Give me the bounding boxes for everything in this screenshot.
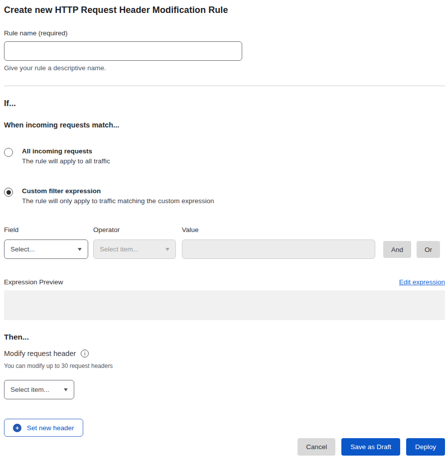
if-heading: If... [4,99,445,108]
option-all-incoming-requests[interactable]: All incoming requests The rule will appl… [4,147,445,165]
field-select-value: Select... [10,245,35,253]
set-new-header-button[interactable]: + Set new header [4,419,83,437]
option-text: All incoming requests The rule will appl… [22,147,110,165]
expression-preview-box [4,290,445,320]
value-column: Value [182,226,375,259]
option-text: Custom filter expression The rule will o… [22,187,214,205]
info-icon[interactable]: i [81,350,89,357]
expression-builder-row: Field Select... Operator Select item... … [4,226,445,259]
page-title: Create new HTTP Request Header Modificat… [4,5,445,15]
operator-select-value: Select item... [100,245,139,253]
option-description: The rule will apply to all traffic [22,157,110,165]
option-label: All incoming requests [22,147,110,155]
edit-expression-link[interactable]: Edit expression [399,278,445,286]
modify-header-helper: You can modify up to 30 request headers [4,362,445,369]
rule-name-label: Rule name (required) [4,29,445,37]
field-label: Field [4,226,88,234]
operator-select: Select item... [93,239,176,259]
save-draft-button[interactable]: Save as Draft [341,438,400,456]
header-item-select-value: Select item... [10,386,49,393]
option-custom-filter-expression[interactable]: Custom filter expression The rule will o… [4,187,445,205]
create-rule-form: Create new HTTP Request Header Modificat… [0,0,448,456]
rule-name-input[interactable] [4,41,242,61]
plus-icon: + [13,424,21,432]
or-button[interactable]: Or [417,241,440,258]
operator-column: Operator Select item... [93,226,176,259]
footer-actions: Cancel Save as Draft Deploy [4,438,445,456]
operator-label: Operator [93,226,176,234]
deploy-button[interactable]: Deploy [406,438,445,456]
option-description: The rule will only apply to traffic matc… [22,197,214,205]
value-label: Value [182,226,375,234]
chevron-down-icon [78,248,82,251]
radio-button-unselected[interactable] [4,148,13,157]
expression-preview-label: Expression Preview [4,278,63,286]
option-label: Custom filter expression [22,187,214,195]
set-new-header-label: Set new header [27,424,74,432]
cancel-button[interactable]: Cancel [298,438,335,456]
expression-preview-header: Expression Preview Edit expression [4,278,445,286]
field-select[interactable]: Select... [4,239,88,259]
chevron-down-icon [64,388,68,391]
modify-header-row: Modify request header i [4,350,445,357]
modify-header-label: Modify request header [4,350,76,357]
radio-button-selected[interactable] [4,188,13,197]
field-column: Field Select... [4,226,88,259]
then-heading: Then... [4,333,445,342]
rule-name-helper: Give your rule a descriptive name. [4,64,445,72]
match-subheading: When incoming requests match... [4,121,445,129]
value-input [182,239,375,259]
section-divider [4,86,445,86]
and-button[interactable]: And [383,241,411,258]
header-item-select[interactable]: Select item... [4,380,74,399]
chevron-down-icon [165,248,169,251]
